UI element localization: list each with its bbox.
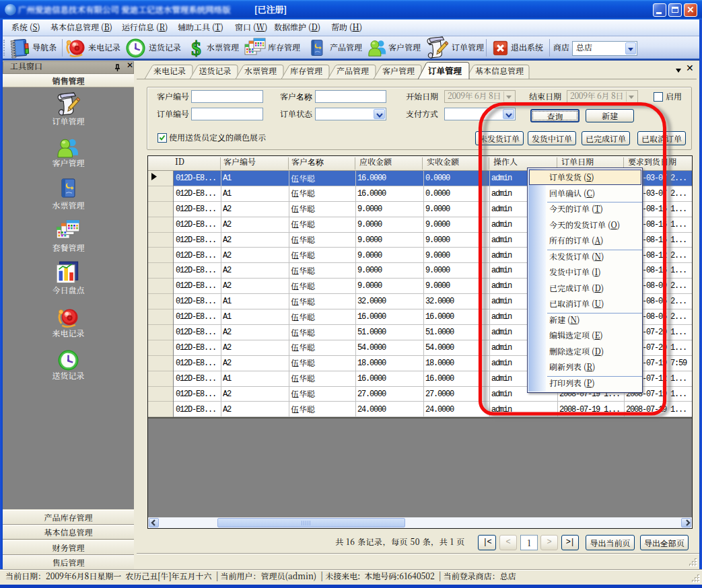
svg-text:$: $ bbox=[191, 38, 201, 58]
